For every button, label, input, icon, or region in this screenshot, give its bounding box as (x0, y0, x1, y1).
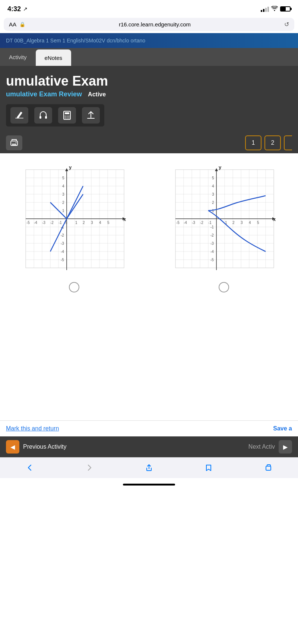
svg-rect-114 (266, 466, 271, 470)
exam-title: umulative Exam (6, 73, 292, 89)
back-button[interactable] (21, 462, 38, 475)
svg-text:-4: -4 (61, 250, 64, 254)
home-indicator (0, 478, 298, 491)
svg-text:5: 5 (107, 221, 110, 225)
svg-text:-3: -3 (210, 241, 214, 246)
bookmarks-icon (205, 464, 213, 474)
bottom-action-bar: Mark this and return Save a (0, 420, 298, 436)
svg-text:5: 5 (257, 221, 259, 225)
tabs-icon (264, 464, 272, 474)
share-icon (145, 464, 153, 474)
tab-enotes[interactable]: eNotes (36, 49, 72, 66)
secure-lock-icon: 🔒 (19, 22, 25, 27)
svg-text:-5: -5 (61, 258, 64, 262)
page-2-button[interactable]: 2 (264, 135, 281, 150)
svg-text:-1: -1 (208, 221, 212, 225)
svg-rect-2 (45, 116, 47, 119)
graph-2-radio[interactable] (219, 282, 229, 292)
url-bar[interactable]: AA 🔒 r16.core.learn.edgenuity.com ↺ (4, 18, 294, 31)
forward-button[interactable] (81, 462, 98, 475)
svg-text:-4: -4 (184, 221, 187, 225)
pencil-tool-button[interactable] (10, 107, 28, 124)
svg-rect-0 (15, 118, 23, 119)
font-size-control[interactable]: AA (9, 21, 16, 28)
svg-text:1: 1 (212, 209, 214, 213)
svg-text:-2: -2 (200, 221, 203, 225)
course-banner: DT 00B_Algebra 1 Sem 1 English/SMo02V dc… (0, 33, 298, 48)
svg-text:x: x (123, 217, 126, 222)
next-activity-button[interactable]: Next Activ ▶ (248, 440, 292, 454)
svg-text:-3: -3 (61, 241, 64, 246)
svg-text:-5: -5 (26, 221, 30, 225)
nav-arrow-icon: ↗ (23, 6, 28, 12)
bookmarks-button[interactable] (200, 462, 217, 475)
svg-rect-1 (39, 116, 41, 119)
calculator-tool-button[interactable] (58, 107, 76, 124)
svg-text:4: 4 (249, 221, 251, 225)
page-controls: 1 2 (0, 132, 298, 153)
svg-rect-4 (65, 112, 69, 114)
share-button[interactable] (140, 462, 158, 475)
svg-point-10 (69, 118, 70, 119)
svg-text:3: 3 (91, 221, 93, 225)
next-arrow-icon: ▶ (279, 440, 292, 454)
empty-content-area (0, 301, 298, 420)
svg-text:-2: -2 (50, 221, 54, 225)
svg-point-6 (67, 116, 68, 117)
svg-text:-2: -2 (61, 233, 64, 237)
svg-point-13 (16, 142, 16, 143)
page-3-partial (284, 135, 292, 150)
svg-text:y: y (69, 164, 72, 170)
svg-point-8 (65, 118, 66, 119)
status-icons (261, 6, 291, 12)
nav-bar: ◀ Previous Activity Next Activ ▶ (0, 436, 298, 457)
status-time: 4:32 (7, 5, 21, 13)
svg-text:5: 5 (212, 176, 214, 180)
svg-text:2: 2 (232, 221, 235, 225)
battery-icon (280, 6, 291, 12)
tabs-bar: Activity eNotes (0, 48, 298, 66)
print-button[interactable] (6, 135, 22, 150)
svg-text:3: 3 (212, 192, 214, 196)
tab-activity[interactable]: Activity (0, 48, 36, 66)
refresh-icon[interactable]: ↺ (284, 21, 289, 28)
svg-point-7 (69, 116, 70, 117)
graph-1-radio[interactable] (69, 282, 79, 292)
svg-text:1: 1 (75, 221, 77, 225)
tabs-button[interactable] (260, 462, 277, 475)
svg-text:4: 4 (62, 184, 64, 188)
page-1-button[interactable]: 1 (245, 135, 261, 150)
graphs-container: y x -5 . -5 -4 -3 -2 -1 1 2 3 4 5 5 4 3 (0, 153, 298, 301)
svg-text:3: 3 (241, 221, 243, 225)
signal-icon (261, 6, 269, 12)
upload-tool-button[interactable] (82, 107, 100, 124)
svg-text:-4: -4 (210, 250, 214, 254)
svg-text:-3: -3 (42, 221, 45, 225)
svg-text:4: 4 (212, 184, 214, 188)
svg-text:-2: -2 (210, 233, 214, 237)
save-button[interactable]: Save a (273, 425, 292, 432)
prev-activity-label: Previous Activity (23, 443, 66, 450)
exam-status: Active (88, 91, 106, 98)
safari-toolbar (0, 457, 298, 478)
previous-activity-button[interactable]: ◀ Previous Activity (6, 440, 66, 454)
svg-text:y: y (219, 164, 222, 170)
url-display[interactable]: r16.core.learn.edgenuity.com (28, 21, 281, 28)
back-icon (26, 464, 34, 474)
exam-subtitle-row: umulative Exam Review Active (6, 90, 292, 98)
forward-icon (85, 464, 93, 474)
graph-2-wrapper: y x -5 -4 -3 -2 -1 1 2 3 4 5 5 4 3 2 1 -… (153, 162, 295, 292)
mark-return-link[interactable]: Mark this and return (6, 425, 59, 432)
svg-text:4: 4 (99, 221, 101, 225)
graph-1-wrapper: y x -5 . -5 -4 -3 -2 -1 1 2 3 4 5 5 4 3 (3, 162, 145, 292)
svg-text:3: 3 (62, 192, 64, 196)
home-bar (123, 484, 175, 486)
svg-text:-1: -1 (210, 225, 214, 229)
next-activity-label: Next Activ (248, 443, 275, 450)
svg-text:2: 2 (83, 221, 85, 225)
audio-tool-button[interactable] (34, 107, 52, 124)
svg-text:-1: -1 (58, 221, 62, 225)
graph-2: y x -5 -4 -3 -2 -1 1 2 3 4 5 5 4 3 2 1 -… (164, 162, 283, 278)
svg-text:x: x (273, 217, 276, 222)
svg-text:-5: -5 (176, 221, 180, 225)
